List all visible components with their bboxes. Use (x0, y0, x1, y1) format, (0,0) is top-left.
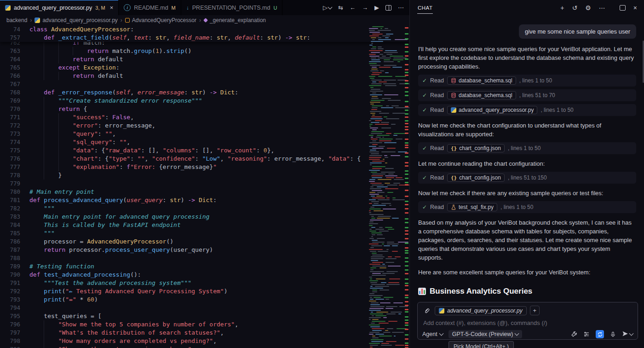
chat-tab[interactable]: CHAT (417, 1, 433, 14)
code-line: 774 "sql_query": "", (0, 138, 373, 146)
info-icon: i (124, 4, 131, 11)
code-editor[interactable]: 762 if match:763 return match.group(1).s… (0, 25, 409, 348)
code-line: 775 "data": {"raw_data": [], "columns": … (0, 146, 373, 155)
new-chat-icon[interactable]: + (560, 4, 564, 12)
code-line: 776 "chart": {"type": "", "confidence": … (0, 155, 373, 163)
code-line: 773 "query": "", (0, 130, 373, 138)
history-icon[interactable]: ↺ (572, 4, 578, 12)
python-icon (451, 107, 456, 113)
file-chip[interactable]: {}chart_config.json (447, 144, 505, 152)
code-line: 780# Main entry point (0, 188, 373, 196)
run-all-icon[interactable]: ▶ (374, 4, 379, 11)
breadcrumb-separator: › (121, 17, 122, 23)
minimap[interactable] (368, 25, 403, 348)
tab-PRESENTATION_POINTS.md[interactable]: ↓PRESENTATION_POINTS.mdU (181, 0, 283, 15)
line-number: 74 (0, 25, 29, 34)
overview-ruler[interactable] (404, 25, 409, 348)
tool-call-row[interactable]: ✓Readdatabase_schema.sql, lines 1 to 50 (418, 75, 636, 87)
tab-README.md[interactable]: iREADME.mdM (119, 0, 181, 15)
code-line: 766 return default (0, 72, 373, 80)
code-line: 792 print("✏ Testing Advanced Query Proc… (0, 287, 373, 296)
mcp-servers-icon[interactable] (583, 331, 590, 337)
sync-icon[interactable] (596, 330, 604, 338)
tools-icon[interactable] (571, 331, 577, 337)
chat-messages: give me some nice sample queries userI'l… (410, 15, 644, 302)
mode-selector[interactable]: Agent (422, 331, 443, 337)
sticky-scroll[interactable]: 74class AdvancedQueryProcessor:757 def _… (0, 25, 409, 42)
mode-label: Agent (422, 331, 437, 337)
code-line: 783 Main entry point for advanced query … (0, 213, 373, 221)
code-line: 779 (0, 180, 373, 188)
forward-icon[interactable]: → (362, 4, 368, 11)
line-number: 791 (0, 279, 29, 287)
file-chip[interactable]: advanced_query_processor.py (447, 106, 537, 114)
close-icon[interactable]: × (633, 4, 637, 12)
split-editor-icon[interactable] (385, 5, 391, 11)
indent-guide (58, 72, 59, 80)
code-line: 782 """ (0, 204, 373, 213)
check-icon: ✓ (422, 77, 427, 84)
line-number: 757 (0, 34, 29, 42)
maximize-icon[interactable] (620, 5, 626, 11)
tool-action-label: Read (430, 92, 444, 99)
tool-detail: , lines 1 to 50 (508, 145, 540, 151)
paperclip-icon[interactable] (422, 306, 431, 315)
indent-guide (44, 329, 44, 337)
more-icon[interactable]: ⋯ (599, 4, 605, 12)
line-number: 792 (0, 287, 29, 296)
line-number: 783 (0, 213, 29, 221)
indent-guide (44, 345, 44, 348)
send-button[interactable] (622, 331, 633, 338)
indent-guide (58, 113, 59, 122)
symbol-method-icon (203, 18, 208, 23)
line-number: 771 (0, 113, 29, 122)
section-heading-text: Business Analytics Queries (430, 287, 532, 296)
mic-icon[interactable] (610, 331, 616, 337)
indent-guide (44, 122, 44, 130)
code-line: 789# Testing function (0, 262, 373, 271)
run-python-file-icon[interactable]: ▷ (323, 4, 332, 11)
python-icon (34, 17, 40, 23)
input-toolbar: Agent GPT-5-Codex (Preview) (422, 330, 633, 338)
tool-call-row[interactable]: ✓Read{}chart_config.json, lines 1 to 50 (418, 142, 636, 154)
model-selector[interactable]: GPT-5-Codex (Preview) (448, 330, 523, 338)
line-number: 763 (0, 47, 29, 55)
tool-action-label: Read (430, 77, 444, 84)
tab-advanced_query_processor.py[interactable]: advanced_query_processor.py3, M× (0, 0, 119, 15)
file-chip[interactable]: test_sql_fix.py (447, 203, 497, 211)
file-chip[interactable]: database_schema.sql (447, 76, 516, 85)
tab-close-icon[interactable]: × (110, 4, 114, 11)
back-icon[interactable]: ← (350, 4, 356, 11)
tool-call-row[interactable]: ✓Read{}chart_config.json, lines 51 to 15… (418, 172, 636, 184)
more-actions-icon[interactable]: ⋯ (398, 4, 404, 11)
tool-call-row[interactable]: ✓Readtest_sql_fix.py, lines 1 to 50 (418, 201, 636, 213)
model-label: GPT-5-Codex (Preview) (452, 331, 513, 337)
chevron-down-icon (515, 331, 519, 336)
file-chip[interactable]: {}chart_config.json (447, 174, 505, 182)
tool-detail: , lines 1 to 50 (519, 77, 552, 84)
file-chip[interactable]: database_schema.sql (447, 91, 516, 99)
attached-file-name: advanced_query_processor.py (447, 307, 523, 314)
code-line: 772 "error": error_message, (0, 122, 373, 130)
chat-input-box: advanced_query_processor.py + Add contex… (417, 302, 638, 340)
assistant-paragraph: Here are some excellent sample queries f… (418, 268, 636, 277)
add-context-button[interactable]: + (530, 306, 540, 315)
line-number: 782 (0, 204, 29, 213)
breadcrumb-item-_generate_explanation[interactable]: _generate_explanation (204, 17, 266, 23)
breadcrumb-item-advanced_query_processor.py[interactable]: advanced_query_processor.py (34, 17, 117, 23)
code-line: 767 (0, 80, 373, 88)
tool-call-row[interactable]: ✓Readdatabase_schema.sql, lines 51 to 70 (418, 89, 636, 101)
breadcrumb-item-backend[interactable]: backend (6, 17, 27, 23)
tool-call-row[interactable]: ✓Readadvanced_query_processor.py, lines … (418, 104, 636, 116)
indent-guide (58, 155, 59, 163)
breadcrumb-item-AdvancedQueryProcessor[interactable]: AdvancedQueryProcessor (125, 17, 196, 23)
attached-file-chip[interactable]: advanced_query_processor.py (435, 306, 527, 315)
chat-input-field[interactable]: Add context (#), extensions (@), command… (423, 319, 632, 326)
settings-icon[interactable]: ⚙ (585, 4, 591, 12)
line-number: 784 (0, 221, 29, 229)
compare-changes-icon[interactable]: ⇆ (338, 4, 343, 11)
check-icon: ✓ (422, 92, 427, 99)
indent-guide (44, 113, 44, 122)
code-line: 778 } (0, 171, 373, 180)
code-line: 781def process_advanced_query(user_query… (0, 196, 373, 204)
